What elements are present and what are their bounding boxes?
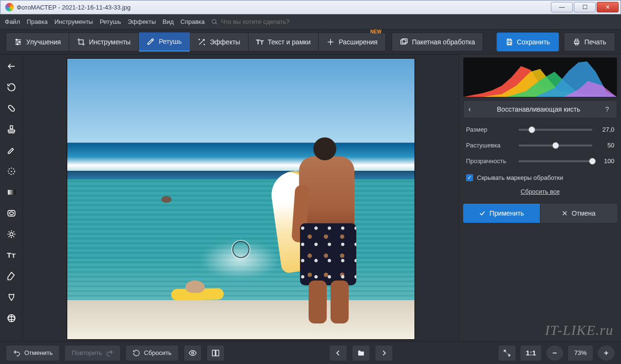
tab-extensions[interactable]: NEW Расширения	[319, 32, 385, 52]
image-canvas[interactable]	[67, 58, 415, 340]
save-button[interactable]: Сохранить	[497, 32, 559, 52]
redo-button[interactable]: Повторить	[64, 345, 120, 361]
tool-stamp[interactable]	[4, 122, 19, 136]
tab-enhancements[interactable]: Улучшения	[6, 32, 69, 52]
maximize-button[interactable]: ☐	[574, 2, 596, 12]
undo-button[interactable]: Отменить	[6, 345, 60, 361]
zoom-in-button[interactable]	[597, 345, 615, 361]
menu-help[interactable]: Справка	[180, 18, 205, 25]
tool-healing[interactable]	[4, 101, 19, 115]
menubar: Файл Правка Инструменты Ретушь Эффекты В…	[0, 14, 621, 30]
compare-icon	[211, 349, 220, 357]
zoom-controls: 1:1 73%	[498, 345, 615, 361]
check-icon	[479, 210, 486, 217]
batch-processing-button[interactable]: Пакетная обработка	[392, 32, 483, 52]
close-icon	[562, 210, 568, 216]
tab-tools[interactable]: Инструменты	[69, 32, 139, 52]
panel-header: ‹ Восстанавливающая кисть ?	[463, 100, 617, 118]
browse-button[interactable]	[352, 345, 370, 361]
slider-track[interactable]	[518, 129, 592, 131]
menu-effects[interactable]: Эффекты	[128, 18, 156, 25]
folder-icon	[357, 349, 365, 357]
hide-markers-checkbox[interactable]: ✓ Скрывать маркеры обработки	[463, 172, 617, 182]
bandage-icon	[7, 104, 16, 113]
menu-file[interactable]: Файл	[5, 18, 20, 25]
arrow-left-icon	[7, 62, 16, 71]
tab-retouch[interactable]: Ретушь	[139, 32, 190, 52]
slider-thumb[interactable]	[552, 142, 559, 149]
compare-button[interactable]	[207, 345, 225, 361]
tool-brush[interactable]	[4, 143, 19, 157]
minus-icon	[551, 350, 558, 356]
fit-screen-button[interactable]	[498, 345, 516, 361]
slider-value: 27,0	[597, 126, 614, 133]
tool-radial[interactable]	[4, 164, 19, 178]
tool-rail: Tᴛ	[0, 54, 23, 341]
search-input[interactable]	[221, 18, 316, 25]
menu-retouch[interactable]: Ретушь	[100, 18, 121, 25]
svg-line-1	[216, 22, 217, 24]
histogram[interactable]	[463, 57, 617, 97]
tab-label: Текст и рамки	[268, 38, 310, 46]
minimize-button[interactable]: —	[551, 2, 573, 12]
slider-thumb[interactable]	[589, 158, 596, 165]
tool-text[interactable]: Tᴛ	[4, 248, 19, 262]
back-button[interactable]	[4, 59, 19, 73]
tab-text-frames[interactable]: Tᴛ Текст и рамки	[248, 32, 319, 52]
panel-help-button[interactable]: ?	[602, 104, 612, 114]
menu-tools[interactable]: Инструменты	[54, 18, 93, 25]
slider-track[interactable]	[518, 145, 592, 146]
plus-zoom-icon	[603, 350, 610, 356]
histogram-chart	[464, 58, 617, 97]
reset-button[interactable]: Сбросить	[125, 345, 179, 361]
tool-pen[interactable]	[4, 269, 19, 283]
panel-back-button[interactable]: ‹	[468, 105, 471, 114]
top-toolbar: Улучшения Инструменты Ретушь Эффекты Tᴛ …	[0, 30, 621, 54]
save-label: Сохранить	[517, 38, 550, 46]
svg-line-46	[504, 350, 507, 353]
panel-title: Восстанавливающая кисть	[475, 105, 602, 113]
svg-line-37	[13, 231, 14, 232]
radial-icon	[7, 166, 16, 176]
menu-edit[interactable]: Правка	[27, 18, 48, 25]
menu-view[interactable]: Вид	[163, 18, 174, 25]
rotate-icon	[7, 83, 16, 92]
tab-effects[interactable]: Эффекты	[190, 32, 248, 52]
close-button[interactable]: ✕	[597, 2, 619, 12]
brush-tool-icon	[7, 146, 16, 155]
svg-point-0	[212, 19, 216, 23]
one-to-one-label: 1:1	[526, 349, 536, 357]
panel-buttons: Применить Отмена	[463, 204, 617, 223]
slider-track[interactable]	[518, 160, 592, 162]
window-titlebar: ФотоМАСТЕР - 2021-12-16-11-43-33.jpg — ☐…	[0, 0, 621, 14]
reset-all-link[interactable]: Сбросить все	[463, 185, 617, 201]
cancel-label: Отмена	[571, 209, 595, 217]
preview-toggle-button[interactable]	[184, 345, 202, 361]
apply-button[interactable]: Применить	[463, 204, 540, 223]
pen-icon	[7, 271, 16, 281]
text-tool-icon: Tᴛ	[7, 251, 15, 260]
zoom-level[interactable]: 73%	[568, 345, 593, 361]
reset-label: Сбросить	[144, 349, 172, 356]
tool-face[interactable]	[4, 290, 19, 304]
slider-opacity: Прозрачность 100	[466, 157, 614, 165]
tool-gradient[interactable]	[4, 185, 19, 199]
tool-exposure[interactable]	[4, 227, 19, 241]
slider-thumb[interactable]	[528, 126, 535, 133]
tool-3d[interactable]	[4, 311, 19, 325]
print-button[interactable]: Печать	[564, 32, 615, 52]
brush-icon	[146, 37, 155, 46]
svg-rect-12	[508, 39, 510, 41]
cancel-button[interactable]: Отмена	[540, 204, 617, 223]
prev-image-button[interactable]	[329, 345, 347, 361]
actual-size-button[interactable]: 1:1	[520, 345, 542, 361]
plus-icon	[326, 38, 335, 46]
stamp-icon	[7, 125, 16, 134]
tool-rotate[interactable]	[4, 80, 19, 94]
undo-label: Отменить	[24, 349, 52, 356]
zoom-out-button[interactable]	[546, 345, 564, 361]
undo-icon	[13, 349, 21, 357]
next-image-button[interactable]	[375, 345, 393, 361]
tool-vignette[interactable]	[4, 206, 19, 220]
search-icon	[211, 19, 218, 25]
